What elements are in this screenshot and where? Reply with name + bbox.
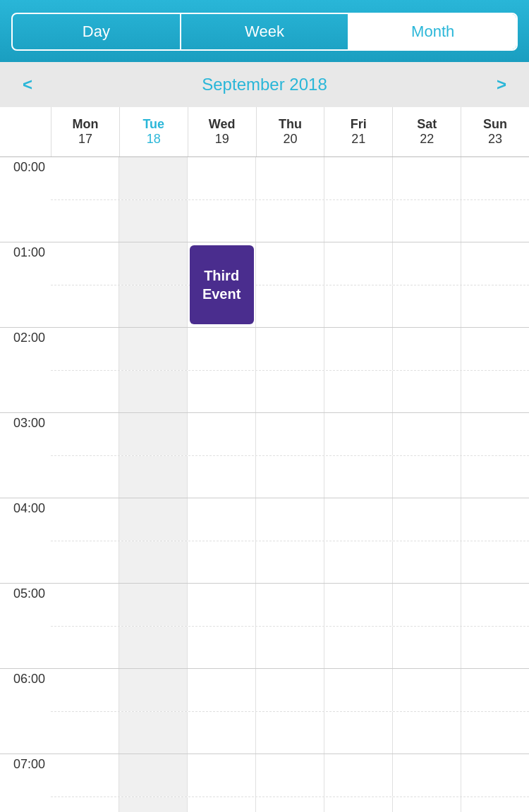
cell-07h-sun[interactable] xyxy=(461,797,529,812)
cell-05-sun[interactable] xyxy=(461,584,529,626)
cell-01-tue[interactable] xyxy=(118,242,187,285)
cell-00h-tue[interactable] xyxy=(118,200,187,242)
cell-05h-mon[interactable] xyxy=(51,627,118,668)
cell-04-sat[interactable] xyxy=(392,498,461,541)
cell-02h-thu[interactable] xyxy=(255,371,324,412)
cell-01-thu[interactable] xyxy=(255,242,324,285)
cell-01h-fri[interactable] xyxy=(324,285,392,327)
cell-02h-fri[interactable] xyxy=(324,371,392,412)
cell-03-thu[interactable] xyxy=(255,413,324,455)
cell-02-sun[interactable] xyxy=(461,328,529,370)
cell-05-mon[interactable] xyxy=(51,584,118,626)
cell-04-thu[interactable] xyxy=(255,498,324,541)
cell-00-tue[interactable] xyxy=(118,157,187,199)
cell-04h-wed[interactable] xyxy=(187,541,255,583)
cell-05h-sat[interactable] xyxy=(392,627,461,668)
cell-06h-fri[interactable] xyxy=(324,712,392,753)
cell-01h-tue[interactable] xyxy=(118,285,187,327)
cell-05-wed[interactable] xyxy=(187,584,255,626)
cell-01h-sun[interactable] xyxy=(461,285,529,327)
cell-03-sun[interactable] xyxy=(461,413,529,455)
cell-00-sat[interactable] xyxy=(392,157,461,199)
cell-01h-sat[interactable] xyxy=(392,285,461,327)
cell-04-fri[interactable] xyxy=(324,498,392,541)
cell-01h-thu[interactable] xyxy=(255,285,324,327)
cell-06h-mon[interactable] xyxy=(51,712,118,753)
cell-07-wed[interactable] xyxy=(187,754,255,796)
cell-06-tue[interactable] xyxy=(118,669,187,711)
cell-07h-sat[interactable] xyxy=(392,797,461,812)
cell-05-tue[interactable] xyxy=(118,584,187,626)
cell-06h-sat[interactable] xyxy=(392,712,461,753)
prev-arrow[interactable]: < xyxy=(17,75,38,94)
cell-03-wed[interactable] xyxy=(187,413,255,455)
cell-04-wed[interactable] xyxy=(187,498,255,541)
cell-07-sat[interactable] xyxy=(392,754,461,796)
cell-01h-mon[interactable] xyxy=(51,285,118,327)
cell-00-sun[interactable] xyxy=(461,157,529,199)
cell-03h-mon[interactable] xyxy=(51,456,118,498)
cell-04h-sun[interactable] xyxy=(461,541,529,583)
cell-03h-thu[interactable] xyxy=(255,456,324,498)
next-arrow[interactable]: > xyxy=(491,75,512,94)
cell-00h-thu[interactable] xyxy=(255,200,324,242)
cell-06-thu[interactable] xyxy=(255,669,324,711)
cell-03-tue[interactable] xyxy=(118,413,187,455)
cell-07-tue[interactable] xyxy=(118,754,187,796)
cell-05h-thu[interactable] xyxy=(255,627,324,668)
cell-00h-wed[interactable] xyxy=(187,200,255,242)
cell-02-wed[interactable] xyxy=(187,328,255,370)
cell-03h-sat[interactable] xyxy=(392,456,461,498)
cell-07h-tue[interactable] xyxy=(118,797,187,812)
cell-02-mon[interactable] xyxy=(51,328,118,370)
cell-00-fri[interactable] xyxy=(324,157,392,199)
cell-02-tue[interactable] xyxy=(118,328,187,370)
cell-03h-fri[interactable] xyxy=(324,456,392,498)
cell-03h-sun[interactable] xyxy=(461,456,529,498)
cell-00h-sat[interactable] xyxy=(392,200,461,242)
cell-03-fri[interactable] xyxy=(324,413,392,455)
cell-04h-fri[interactable] xyxy=(324,541,392,583)
cell-02-fri[interactable] xyxy=(324,328,392,370)
cell-02-thu[interactable] xyxy=(255,328,324,370)
cell-00h-mon[interactable] xyxy=(51,200,118,242)
cell-01-mon[interactable] xyxy=(51,242,118,285)
cell-04-sun[interactable] xyxy=(461,498,529,541)
cell-07-sun[interactable] xyxy=(461,754,529,796)
cell-04-tue[interactable] xyxy=(118,498,187,541)
cell-06h-tue[interactable] xyxy=(118,712,187,753)
cell-06-sat[interactable] xyxy=(392,669,461,711)
cell-01-sun[interactable] xyxy=(461,242,529,285)
cell-04-mon[interactable] xyxy=(51,498,118,541)
cell-05-thu[interactable] xyxy=(255,584,324,626)
tab-week[interactable]: Week xyxy=(181,14,350,49)
cell-05h-fri[interactable] xyxy=(324,627,392,668)
cell-02h-tue[interactable] xyxy=(118,371,187,412)
tab-day[interactable]: Day xyxy=(13,14,181,49)
cell-04h-mon[interactable] xyxy=(51,541,118,583)
cell-07-fri[interactable] xyxy=(324,754,392,796)
cell-07-mon[interactable] xyxy=(51,754,118,796)
cell-02-sat[interactable] xyxy=(392,328,461,370)
cell-04h-tue[interactable] xyxy=(118,541,187,583)
cell-00h-fri[interactable] xyxy=(324,200,392,242)
cell-03-sat[interactable] xyxy=(392,413,461,455)
cell-06h-thu[interactable] xyxy=(255,712,324,753)
cell-03h-tue[interactable] xyxy=(118,456,187,498)
cell-00h-sun[interactable] xyxy=(461,200,529,242)
tab-month[interactable]: Month xyxy=(349,14,516,49)
cell-02h-mon[interactable] xyxy=(51,371,118,412)
cell-06h-sun[interactable] xyxy=(461,712,529,753)
cell-07h-thu[interactable] xyxy=(255,797,324,812)
cell-03h-wed[interactable] xyxy=(187,456,255,498)
cell-02h-sun[interactable] xyxy=(461,371,529,412)
cell-01-sat[interactable] xyxy=(392,242,461,285)
cell-06-mon[interactable] xyxy=(51,669,118,711)
cell-06h-wed[interactable] xyxy=(187,712,255,753)
cell-07h-fri[interactable] xyxy=(324,797,392,812)
third-event[interactable]: Third Event xyxy=(190,245,254,324)
cell-00-thu[interactable] xyxy=(255,157,324,199)
cell-02h-wed[interactable] xyxy=(187,371,255,412)
cell-01-fri[interactable] xyxy=(324,242,392,285)
cell-05h-sun[interactable] xyxy=(461,627,529,668)
